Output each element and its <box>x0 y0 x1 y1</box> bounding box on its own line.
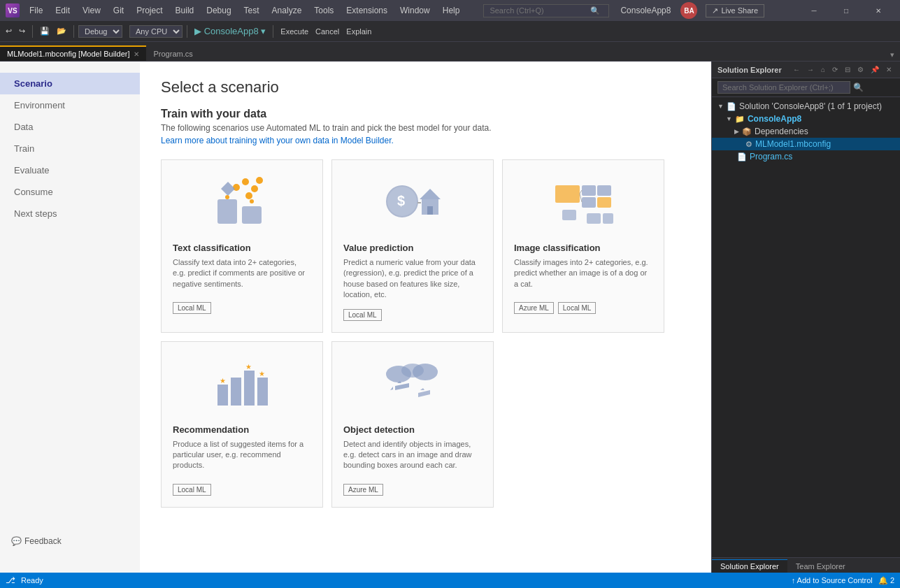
menu-debug[interactable]: Debug <box>201 4 236 17</box>
card-image-classification-image <box>514 171 652 234</box>
toolbar-explain[interactable]: Explain <box>343 26 374 37</box>
mlmodel-icon: ⚙ <box>745 140 752 149</box>
card-object-detection[interactable]: Object detection Detect and identify obj… <box>331 341 494 508</box>
bottom-tab-team-explorer[interactable]: Team Explorer <box>787 559 854 573</box>
menu-tools[interactable]: Tools <box>308 4 339 17</box>
card-value-prediction-tags: Local ML <box>343 309 482 321</box>
svg-marker-39 <box>418 390 430 397</box>
toolbar-open[interactable]: 📂 <box>54 25 69 37</box>
svg-rect-23 <box>562 210 576 220</box>
toolbar-redo[interactable]: ↪ <box>16 25 28 37</box>
toolbar-sep2 <box>73 25 74 38</box>
card-image-classification-desc: Classify images into 2+ categories, e.g.… <box>514 257 652 294</box>
svg-marker-7 <box>221 182 235 196</box>
svg-rect-0 <box>217 199 237 224</box>
se-toolbar-back[interactable]: ← <box>790 64 803 75</box>
card-value-prediction[interactable]: $ Value prediction Predict a numeric val… <box>331 159 494 333</box>
toolbar-cancel[interactable]: Cancel <box>313 26 342 37</box>
status-bar: ⎇ Ready ↑ Add to Source Control 🔔 2 <box>0 573 900 588</box>
se-toolbar-forward[interactable]: → <box>804 64 817 75</box>
tab-dropdown-button[interactable]: ▾ <box>887 49 897 61</box>
wizard-step-environment[interactable]: Environment <box>0 94 140 116</box>
tree-item-solution[interactable]: ▼ 📄 Solution 'ConsoleApp8' (1 of 1 proje… <box>712 100 900 113</box>
toolbar-save[interactable]: 💾 <box>37 25 52 37</box>
svg-rect-17 <box>582 185 596 196</box>
tree-item-programcs[interactable]: 📄 Program.cs <box>712 150 900 163</box>
tree-item-project[interactable]: ▼ 📁 ConsoleApp8 <box>712 113 900 125</box>
wizard-step-scenario[interactable]: Scenario <box>0 73 140 94</box>
se-toolbar-settings[interactable]: ⚙ <box>855 64 866 75</box>
minimize-button[interactable]: ─ <box>798 0 830 21</box>
card-value-prediction-desc: Predict a numeric value from your data (… <box>343 257 482 301</box>
toolbar-undo[interactable]: ↩ <box>3 25 15 37</box>
learn-more-link[interactable]: Learn more about training with your own … <box>161 136 690 145</box>
expand-project-icon: ▼ <box>726 115 732 122</box>
tab-mlmodel[interactable]: MLModel1.mbconfig [Model Builder] ✕ <box>0 45 146 61</box>
live-share-button[interactable]: ↗ Live Share <box>706 4 764 17</box>
tree-item-mlmodel[interactable]: ⚙ MLModel1.mbconfig <box>712 138 900 150</box>
se-toolbar-close[interactable]: ✕ <box>883 64 894 75</box>
svg-point-9 <box>250 199 254 203</box>
svg-point-5 <box>256 177 263 184</box>
toolbar-execute[interactable]: Execute <box>278 26 311 37</box>
se-search-input[interactable] <box>717 81 850 94</box>
maximize-button[interactable]: □ <box>830 0 862 21</box>
menu-edit[interactable]: Edit <box>50 4 76 17</box>
card-object-detection-image <box>343 353 482 416</box>
card-image-classification[interactable]: Image classification Classify images int… <box>502 159 664 333</box>
svg-marker-12 <box>420 189 441 199</box>
feedback-button[interactable]: 💬 Feedback <box>6 533 67 549</box>
se-search-icon: 🔍 <box>853 83 864 92</box>
menu-help[interactable]: Help <box>437 4 466 17</box>
app-title: ConsoleApp8 <box>620 6 671 15</box>
svg-point-3 <box>242 178 249 185</box>
se-toolbar-home[interactable]: ⌂ <box>818 64 828 75</box>
debug-config-selector[interactable]: Debug <box>78 25 122 38</box>
section-subtitle: The following scenarios use Automated ML… <box>161 123 690 133</box>
card-recommendation[interactable]: ★ ★ ★ Recommendation Produce a list of s… <box>161 341 323 508</box>
run-button[interactable]: ▶ ConsoleApp8 ▾ <box>192 24 269 38</box>
dependencies-icon: 📦 <box>742 127 752 136</box>
menu-build[interactable]: Build <box>170 4 200 17</box>
se-toolbar-refresh[interactable]: ⟳ <box>829 64 841 75</box>
source-control-label[interactable]: ↑ Add to Source Control <box>792 576 873 585</box>
notification-icon[interactable]: 🔔 2 <box>878 576 894 585</box>
se-search-bar: 🔍 <box>712 78 900 97</box>
menu-window[interactable]: Window <box>394 4 436 17</box>
tab-mlmodel-close[interactable]: ✕ <box>134 50 139 58</box>
se-toolbar-pin[interactable]: 📌 <box>868 64 882 75</box>
bottom-panel-tabs: Solution Explorer Team Explorer <box>712 557 900 573</box>
bottom-tab-solution-explorer[interactable]: Solution Explorer <box>712 559 787 573</box>
card-text-classification[interactable]: Text classification Classify text data i… <box>161 159 323 333</box>
svg-text:★: ★ <box>259 370 265 378</box>
tree-project-label: ConsoleApp8 <box>748 114 801 124</box>
close-button[interactable]: ✕ <box>862 0 894 21</box>
menu-view[interactable]: View <box>77 4 106 17</box>
menu-analyze[interactable]: Analyze <box>266 4 308 17</box>
tab-actions: ▾ <box>885 49 900 61</box>
se-toolbar-collapse[interactable]: ⊟ <box>842 64 853 75</box>
cpu-config-selector[interactable]: Any CPU <box>129 25 183 38</box>
menu-extensions[interactable]: Extensions <box>341 4 393 17</box>
title-search-icon: 🔍 <box>590 6 600 15</box>
card-text-classification-title: Text classification <box>173 243 311 253</box>
wizard-step-train[interactable]: Train <box>0 138 140 159</box>
title-search-input[interactable] <box>490 6 587 15</box>
tab-program[interactable]: Program.cs <box>146 45 199 61</box>
menu-test[interactable]: Test <box>238 4 265 17</box>
wizard-step-evaluate[interactable]: Evaluate <box>0 159 140 181</box>
svg-rect-20 <box>597 197 611 208</box>
wizard-step-data[interactable]: Data <box>0 116 140 138</box>
section-title: Train with your data <box>161 108 690 120</box>
menu-git[interactable]: Git <box>108 4 129 17</box>
toolbar-sep4 <box>273 25 273 38</box>
wizard-step-next-steps[interactable]: Next steps <box>0 203 140 224</box>
menu-project[interactable]: Project <box>131 4 168 17</box>
vs-logo: VS <box>6 3 20 17</box>
svg-point-6 <box>245 192 252 199</box>
menu-file[interactable]: File <box>24 4 48 17</box>
wizard-step-consume[interactable]: Consume <box>0 181 140 203</box>
svg-marker-36 <box>395 383 409 390</box>
tree-item-dependencies[interactable]: ▶ 📦 Dependencies <box>712 125 900 138</box>
title-search-box[interactable]: 🔍 <box>483 4 609 17</box>
